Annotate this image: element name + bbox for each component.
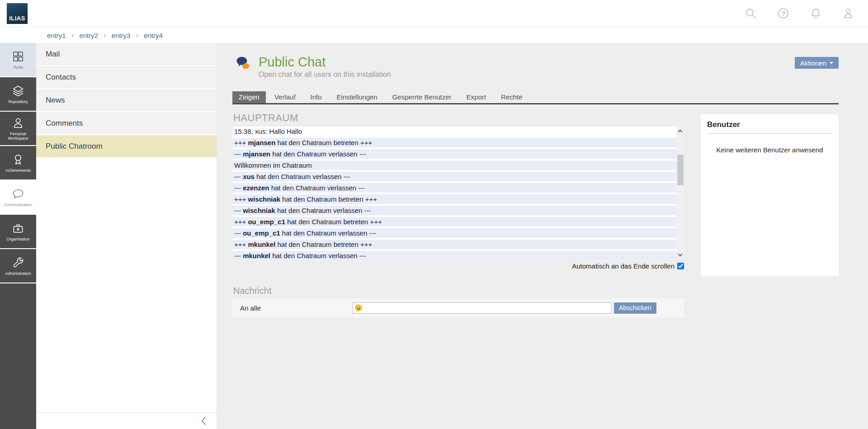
autoscroll-row: Automatisch an das Ende scrollen (232, 262, 684, 270)
notifications-icon[interactable] (810, 7, 822, 19)
breadcrumb-separator-icon: › (136, 31, 138, 40)
briefcase-icon (12, 222, 24, 235)
nav-item-communication[interactable]: Communication (0, 180, 36, 214)
slate-item-comments[interactable]: Comments (36, 112, 217, 134)
breadcrumb-separator-icon: › (71, 31, 74, 40)
breadcrumb-entry1[interactable]: entry1 (47, 32, 66, 39)
message-section-heading: Nachricht (233, 286, 271, 296)
page-subtitle: Open chat for all users on this installa… (259, 71, 391, 79)
chat-message: 15:38, xus: Hallo Hallo (232, 127, 677, 136)
actions-button[interactable]: Aktionen (795, 57, 839, 69)
smiley-icon[interactable] (355, 304, 362, 311)
users-empty-text: Keine weiteren Benutzer anwesend (701, 146, 839, 154)
award-icon (12, 153, 24, 166)
chatroom-title: HAUPTRAUM (233, 112, 298, 124)
layers-icon (12, 85, 24, 97)
slate-item-mail[interactable]: Mail (36, 43, 217, 65)
tab-underline (232, 103, 839, 104)
breadcrumb-entry3[interactable]: entry3 (112, 32, 131, 39)
nav-item-administration[interactable]: Administration (0, 249, 36, 283)
ilias-logo-text: ILIAS (9, 15, 25, 22)
chat-message: +++ wischniak hat den Chatraum betreten … (232, 194, 677, 204)
nav-item-achievements[interactable]: Achievements (0, 146, 36, 179)
tab-bar: Zeigen Verlauf Info Einstellungen Gesper… (232, 91, 531, 103)
chat-message: --- mkunkel hat den Chatraum verlassen -… (232, 251, 677, 259)
caret-down-icon (830, 62, 833, 64)
autoscroll-checkbox[interactable] (677, 263, 684, 269)
grid-icon (12, 50, 24, 63)
tab-info[interactable]: Info (304, 91, 328, 103)
wrench-icon (12, 256, 24, 269)
chat-message: +++ mkunkel hat den Chatraum betreten ++… (232, 240, 677, 249)
public-chat-icon (235, 56, 253, 74)
chat-message: --- ezenzen hat den Chatraum verlassen -… (232, 183, 677, 193)
users-panel: Benutzer Keine weiteren Benutzer anwesen… (701, 114, 839, 276)
top-bar: ILIAS ? (0, 0, 868, 27)
collapse-slate-icon[interactable] (199, 416, 208, 426)
chat-message: --- mjansen hat den Chatraum verlassen -… (232, 149, 677, 159)
slate-item-news[interactable]: News (36, 89, 217, 111)
scrollbar-thumb[interactable] (677, 155, 684, 185)
message-form: An alle Abschicken (232, 298, 684, 317)
users-panel-title: Benutzer (701, 114, 839, 133)
slate-items: Mail Contacts News Comments Public Chatr… (36, 43, 217, 412)
chat-scroll-region[interactable]: 15:38, xus: Hallo Hallo +++ mjansen hat … (232, 127, 677, 259)
search-icon[interactable] (745, 7, 757, 19)
nav-item-repository[interactable]: Repository (0, 77, 36, 111)
nav-item-personal-workspace[interactable]: Personal Workspace (0, 112, 36, 145)
breadcrumb-entry4[interactable]: entry4 (144, 32, 163, 39)
content-area: Public Chat Open chat for all users on t… (217, 43, 868, 429)
scroll-down-icon[interactable] (678, 252, 683, 257)
ilias-app: ILIAS ? entry1 › entry2 › entry3 › entry… (0, 0, 868, 429)
page-header: Public Chat Open chat for all users on t… (235, 55, 391, 79)
page-header-text: Public Chat Open chat for all users on t… (259, 55, 391, 79)
message-input-wrap (353, 302, 612, 314)
chat-bubble-icon (12, 188, 24, 200)
ilias-logo[interactable]: ILIAS (7, 3, 28, 24)
person-icon (12, 117, 24, 129)
slate-item-contacts[interactable]: Contacts (36, 66, 217, 88)
chat-message: --- wischniak hat den Chatraum verlassen… (232, 206, 677, 215)
help-icon[interactable]: ? (777, 7, 789, 19)
message-input[interactable] (353, 302, 612, 314)
tab-einstellungen[interactable]: Einstellungen (330, 91, 384, 103)
svg-text:?: ? (782, 10, 786, 17)
communication-slate: Mail Contacts News Comments Public Chatr… (36, 43, 217, 429)
tab-zeigen[interactable]: Zeigen (232, 91, 266, 103)
nav-filler (0, 283, 36, 429)
breadcrumb: entry1 › entry2 › entry3 › entry4 (0, 28, 868, 43)
tab-export[interactable]: Export (460, 91, 492, 103)
recipient-label: An alle (232, 304, 353, 312)
breadcrumb-separator-icon: › (104, 31, 106, 40)
tab-rechte[interactable]: Rechte (495, 91, 529, 103)
tab-verlauf[interactable]: Verlauf (268, 91, 302, 103)
top-bar-actions: ? (745, 7, 854, 19)
breadcrumb-entry2[interactable]: entry2 (79, 32, 98, 39)
chat-message-list: 15:38, xus: Hallo Hallo +++ mjansen hat … (232, 126, 684, 259)
user-icon[interactable] (842, 7, 854, 19)
chat-message: --- ou_emp_c1 hat den Chatraum verlassen… (232, 228, 677, 238)
autoscroll-label: Automatisch an das Ende scrollen (572, 262, 675, 270)
scroll-up-icon[interactable] (678, 130, 683, 134)
users-panel-divider (707, 133, 832, 134)
chat-message: +++ ou_emp_c1 hat den Chatraum betreten … (232, 217, 677, 226)
main-nav-bar: Tools Repository Personal Workspace Achi… (0, 43, 36, 429)
tab-gesperrte-benutzer[interactable]: Gesperrte Benutzer (386, 91, 458, 103)
slate-footer (36, 412, 217, 429)
chat-message: Willkommen im Chatraum (232, 160, 677, 170)
nav-item-organisation[interactable]: Organisation (0, 215, 36, 248)
slate-item-public-chatroom[interactable]: Public Chatroom (36, 135, 217, 157)
page-title: Public Chat (259, 55, 391, 69)
chat-message: --- xus hat den Chatraum verlassen --- (232, 172, 677, 181)
chat-message: +++ mjansen hat den Chatraum betreten ++… (232, 138, 677, 147)
nav-item-tools[interactable]: Tools (0, 43, 36, 76)
chat-scrollbar[interactable] (677, 127, 684, 259)
send-button[interactable]: Abschicken (614, 302, 656, 314)
